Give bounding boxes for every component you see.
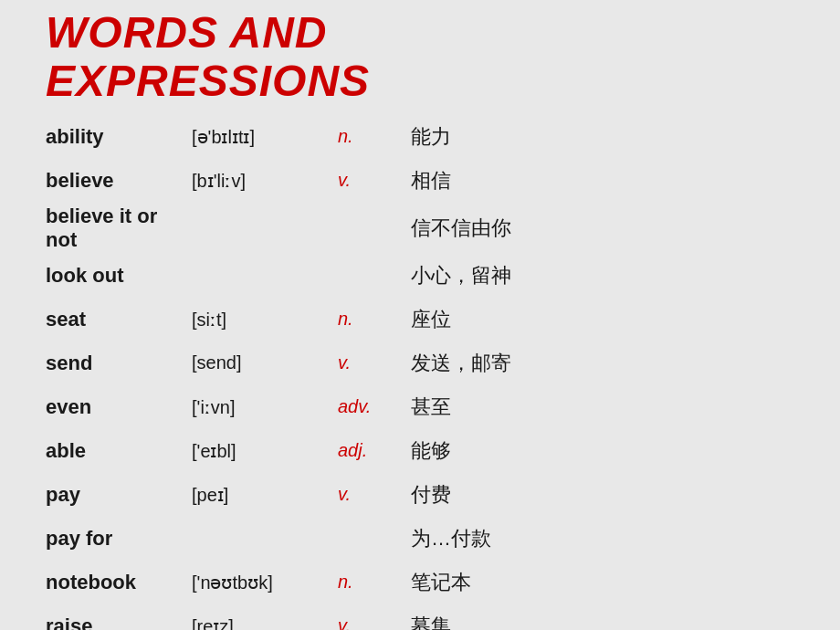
phonetic-cell <box>192 254 338 298</box>
word-cell: even <box>46 385 192 429</box>
phonetic-cell: [reɪz] <box>192 604 338 630</box>
pos-cell: adj. <box>338 429 411 473</box>
table-row: even['iːvn]adv.甚至 <box>46 385 794 429</box>
pos-cell: n. <box>338 561 411 604</box>
vocabulary-table: ability[ə'bɪlɪtɪ]n.能力believe[bɪ'liːv]v.相… <box>46 115 794 630</box>
table-row: believe[bɪ'liːv]v.相信 <box>46 159 794 203</box>
chinese-cell: 相信 <box>411 159 794 203</box>
table-row: raise[reɪz]v.募集 <box>46 604 794 630</box>
chinese-cell: 信不信由你 <box>411 203 794 254</box>
chinese-cell: 小心，留神 <box>411 254 794 298</box>
word-cell: send <box>46 341 192 385</box>
pos-cell: v. <box>338 159 411 203</box>
word-cell: ability <box>46 115 192 159</box>
word-cell: able <box>46 429 192 473</box>
pos-cell <box>338 517 411 561</box>
title-line1: WORDS AND <box>46 9 794 58</box>
table-row: pay[peɪ]v.付费 <box>46 473 794 517</box>
word-cell: pay for <box>46 517 192 561</box>
chinese-cell: 甚至 <box>411 385 794 429</box>
table-row: able['eɪbl]adj.能够 <box>46 429 794 473</box>
chinese-cell: 发送，邮寄 <box>411 341 794 385</box>
pos-cell: n. <box>338 298 411 341</box>
table-row: pay for为…付款 <box>46 517 794 561</box>
word-cell: notebook <box>46 561 192 604</box>
phonetic-cell: ['iːvn] <box>192 385 338 429</box>
pos-cell: v. <box>338 473 411 517</box>
phonetic-cell: [ə'bɪlɪtɪ] <box>192 115 338 159</box>
chinese-cell: 能力 <box>411 115 794 159</box>
chinese-cell: 座位 <box>411 298 794 341</box>
chinese-cell: 为…付款 <box>411 517 794 561</box>
phonetic-cell: [bɪ'liːv] <box>192 159 338 203</box>
pos-cell: adv. <box>338 385 411 429</box>
pos-cell <box>338 203 411 254</box>
phonetic-cell: [peɪ] <box>192 473 338 517</box>
title-line2: EXPRESSIONS <box>46 58 794 106</box>
pos-cell: n. <box>338 115 411 159</box>
word-cell: believe it or not <box>46 203 192 254</box>
table-row: look out小心，留神 <box>46 254 794 298</box>
page-container: WORDS AND EXPRESSIONS ability[ə'bɪlɪtɪ]n… <box>0 0 840 630</box>
table-row: believe it or not信不信由你 <box>46 203 794 254</box>
pos-cell: v. <box>338 341 411 385</box>
pos-cell: v. <box>338 604 411 630</box>
phonetic-cell: ['eɪbl] <box>192 429 338 473</box>
word-cell: look out <box>46 254 192 298</box>
phonetic-cell: [send] <box>192 341 338 385</box>
title-section: WORDS AND EXPRESSIONS <box>46 9 794 106</box>
chinese-cell: 付费 <box>411 473 794 517</box>
phonetic-cell <box>192 203 338 254</box>
phonetic-cell: [siːt] <box>192 298 338 341</box>
table-row: seat[siːt]n.座位 <box>46 298 794 341</box>
chinese-cell: 募集 <box>411 604 794 630</box>
table-row: send[send]v.发送，邮寄 <box>46 341 794 385</box>
pos-cell <box>338 254 411 298</box>
table-row: notebook['nəʊtbʊk]n.笔记本 <box>46 561 794 604</box>
word-cell: raise <box>46 604 192 630</box>
word-cell: believe <box>46 159 192 203</box>
table-row: ability[ə'bɪlɪtɪ]n.能力 <box>46 115 794 159</box>
chinese-cell: 笔记本 <box>411 561 794 604</box>
phonetic-cell <box>192 517 338 561</box>
phonetic-cell: ['nəʊtbʊk] <box>192 561 338 604</box>
chinese-cell: 能够 <box>411 429 794 473</box>
word-cell: seat <box>46 298 192 341</box>
word-cell: pay <box>46 473 192 517</box>
